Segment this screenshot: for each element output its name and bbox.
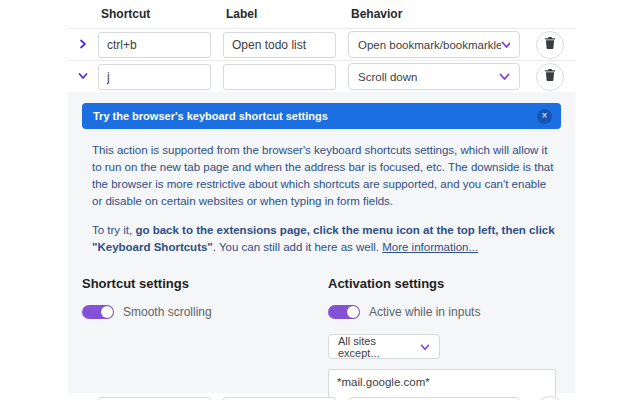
activation-settings-section: Activation settings Active while in inpu…: [328, 272, 561, 400]
close-icon: ×: [542, 110, 548, 121]
chevron-down-icon: [499, 71, 510, 83]
shortcut-settings-heading: Shortcut settings: [82, 276, 328, 291]
toggle-label: Active while in inputs: [369, 305, 480, 319]
chevron-down-icon: [501, 39, 510, 51]
shortcut-row: Open bookmark/bookmarklet in cu: [68, 28, 575, 60]
expand-row-button[interactable]: [68, 29, 98, 60]
row-settings-panel: Try the browser's keyboard shortcut sett…: [68, 92, 575, 393]
trash-icon: [545, 37, 555, 52]
table-header: Shortcut Label Behavior: [68, 0, 575, 28]
column-header-shortcut: Shortcut: [98, 7, 223, 21]
browser-shortcut-banner: Try the browser's keyboard shortcut sett…: [82, 103, 561, 129]
shortcut-input[interactable]: [98, 64, 211, 90]
shortcut-input[interactable]: [98, 32, 211, 58]
activation-settings-heading: Activation settings: [328, 276, 561, 291]
notice-paragraph-2: To try it, go back to the extensions pag…: [92, 222, 557, 256]
notice-paragraph-1: This action is supported from the browse…: [92, 142, 557, 210]
banner-notice-text: This action is supported from the browse…: [82, 129, 561, 258]
shortcut-row: [68, 396, 575, 400]
settings-columns: Shortcut settings Smooth scrolling Activ…: [82, 272, 561, 400]
toggle-on-icon: [328, 305, 360, 319]
chevron-right-icon: [78, 37, 88, 52]
active-in-inputs-toggle[interactable]: Active while in inputs: [328, 305, 561, 319]
collapse-row-button[interactable]: [68, 61, 98, 92]
column-header-behavior: Behavior: [348, 7, 530, 21]
behavior-select-value: Open bookmark/bookmarklet in cu: [358, 39, 501, 51]
column-header-label: Label: [223, 7, 348, 21]
behavior-select[interactable]: Open bookmark/bookmarklet in cu: [348, 31, 520, 58]
chevron-down-icon: [420, 341, 430, 353]
smooth-scrolling-toggle[interactable]: Smooth scrolling: [82, 305, 328, 319]
label-input[interactable]: [223, 32, 336, 58]
close-banner-button[interactable]: ×: [537, 109, 552, 124]
expand-row-button[interactable]: [68, 396, 98, 400]
trash-icon: [545, 69, 555, 84]
toggle-label: Smooth scrolling: [123, 305, 212, 319]
keyboard-shortcuts-settings-page: Shortcut Label Behavior Open bookmark/bo…: [68, 0, 575, 400]
shortcut-settings-section: Shortcut settings Smooth scrolling: [82, 272, 328, 400]
more-information-link[interactable]: More information...: [382, 241, 478, 253]
sites-filter-select[interactable]: All sites except...: [328, 334, 440, 359]
label-input[interactable]: [223, 64, 336, 90]
behavior-select[interactable]: Scroll down: [348, 63, 520, 90]
banner-title: Try the browser's keyboard shortcut sett…: [93, 110, 537, 122]
sites-filter-value: All sites except...: [338, 335, 420, 359]
shortcut-row: Scroll down: [68, 60, 575, 92]
behavior-select-value: Scroll down: [358, 71, 417, 83]
chevron-down-icon: [78, 69, 88, 84]
toggle-on-icon: [82, 305, 114, 319]
delete-row-button[interactable]: [536, 31, 564, 59]
delete-row-button[interactable]: [536, 63, 564, 91]
